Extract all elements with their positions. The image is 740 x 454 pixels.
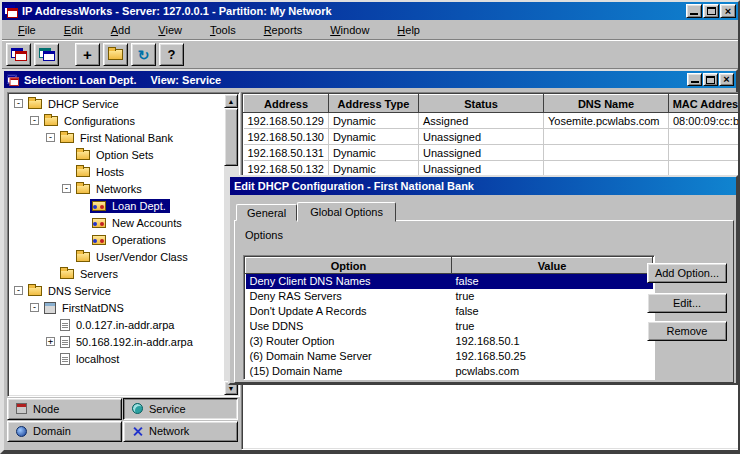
folder-icon: [60, 269, 74, 279]
app-titlebar[interactable]: IP AddressWorks - Server: 127.0.0.1 - Pa…: [2, 2, 738, 20]
option-row[interactable]: (6) Domain Name Server192.168.50.25: [246, 349, 653, 364]
collapse-toggle-icon[interactable]: -: [14, 99, 23, 108]
folder-icon: [76, 184, 90, 194]
options-label: Options: [245, 229, 283, 241]
collapse-toggle-icon[interactable]: -: [14, 286, 23, 295]
option-row[interactable]: Don't Update A Recordsfalse: [246, 304, 653, 319]
close-button[interactable]: ×: [720, 4, 736, 18]
address-row[interactable]: 192.168.50.130DynamicUnassigned: [244, 129, 740, 145]
column-header-status[interactable]: Status: [419, 95, 544, 113]
menu-reports[interactable]: Reports: [250, 21, 317, 39]
collapse-toggle-icon[interactable]: -: [30, 303, 39, 312]
tree-item-servers[interactable]: Servers: [10, 265, 223, 282]
option-row[interactable]: (3) Router Option192.168.50.1: [246, 334, 653, 349]
menu-tools[interactable]: Tools: [196, 21, 250, 39]
tree-item-operations[interactable]: Operations: [10, 231, 223, 248]
tree-item-configurations[interactable]: - Configurations: [10, 112, 223, 129]
collapse-toggle-icon[interactable]: -: [62, 184, 71, 193]
log-book-button[interactable]: [103, 43, 128, 66]
scrollbar-thumb[interactable]: [224, 108, 238, 166]
network-node-icon: [92, 201, 106, 211]
menu-window[interactable]: Window: [316, 21, 383, 39]
column-header-value[interactable]: Value: [452, 258, 653, 274]
tab-global-options[interactable]: Global Options: [297, 202, 396, 222]
child-titlebar[interactable]: Selection: Loan Dept. View: Service ×: [4, 71, 736, 88]
menu-view[interactable]: View: [144, 21, 196, 39]
tree-item-first-national-bank[interactable]: - First National Bank: [10, 129, 223, 146]
option-row[interactable]: Use DDNStrue: [246, 319, 653, 334]
column-header-address-type[interactable]: Address Type: [329, 95, 419, 113]
toolbar-separator: [62, 43, 72, 66]
network-x-icon: [132, 426, 143, 437]
view-button-network[interactable]: Network: [123, 421, 238, 443]
menu-add[interactable]: Add: [97, 21, 145, 39]
maximize-button[interactable]: [703, 4, 719, 18]
tree-item-option-sets[interactable]: Option Sets: [10, 146, 223, 163]
collapse-toggle-icon[interactable]: -: [30, 116, 39, 125]
child-minimize-button[interactable]: [687, 73, 702, 86]
option-row[interactable]: (15) Domain Namepcwlabs.com: [246, 364, 653, 379]
menu-bar: File Edit Add View Tools Reports Window …: [2, 20, 738, 40]
help-icon: ?: [168, 47, 176, 62]
zone-file-icon: [60, 353, 70, 365]
dialog-titlebar[interactable]: Edit DHCP Configuration - First National…: [230, 177, 736, 195]
tree-item-new-accounts[interactable]: New Accounts: [10, 214, 223, 231]
zone-file-icon: [60, 319, 70, 331]
close-icon: ×: [723, 74, 729, 85]
tree-item-networks[interactable]: - Networks: [10, 180, 223, 197]
dialog-title: Edit DHCP Configuration - First National…: [234, 180, 474, 192]
view-button-domain[interactable]: Domain: [7, 421, 122, 443]
folder-icon: [28, 286, 42, 296]
tree-item-localhost[interactable]: localhost: [10, 350, 223, 367]
edit-button[interactable]: Edit...: [647, 293, 727, 313]
tree-item-firstnatdns[interactable]: - FirstNatDNS: [10, 299, 223, 316]
view-button-node[interactable]: Node: [7, 398, 122, 420]
tree-item-hosts[interactable]: Hosts: [10, 163, 223, 180]
tree-item-dns-service[interactable]: - DNS Service: [10, 282, 223, 299]
address-row[interactable]: 192.168.50.129DynamicAssignedYosemite.pc…: [244, 113, 740, 129]
menu-file[interactable]: File: [4, 21, 50, 39]
up-arrow-icon: ▲: [228, 98, 235, 105]
column-header-mac-address[interactable]: MAC Address: [669, 95, 740, 113]
toolbar: + ↻ ?: [2, 41, 738, 69]
cascade-windows-icon: [11, 48, 27, 61]
book-icon: [108, 49, 123, 60]
column-header-option[interactable]: Option: [246, 258, 452, 274]
option-row[interactable]: Deny Client DNS Namesfalse: [246, 274, 653, 289]
tree-item-dhcp-service[interactable]: - DHCP Service: [10, 95, 223, 112]
node-icon: [16, 403, 27, 414]
tree-item-loan-dept[interactable]: Loan Dept.: [10, 197, 223, 214]
column-header-dns-name[interactable]: DNS Name: [544, 95, 669, 113]
view-button-service[interactable]: Service: [123, 398, 238, 420]
column-header-address[interactable]: Address: [244, 95, 329, 113]
folder-icon: [76, 150, 90, 160]
partition-view-button[interactable]: [34, 43, 59, 66]
remove-button[interactable]: Remove: [647, 321, 727, 341]
scroll-up-button[interactable]: ▲: [224, 94, 238, 108]
tile-windows-icon: [39, 48, 55, 61]
add-option-button[interactable]: Add Option...: [647, 263, 727, 283]
tab-general[interactable]: General: [236, 204, 297, 221]
child-maximize-button[interactable]: [703, 73, 718, 86]
selection-label: Selection: Loan Dept.: [24, 74, 136, 86]
address-row[interactable]: 192.168.50.131DynamicUnassigned: [244, 145, 740, 161]
folder-icon: [60, 133, 74, 143]
child-close-button[interactable]: ×: [719, 73, 734, 86]
expand-toggle-icon[interactable]: +: [46, 337, 55, 346]
refresh-button[interactable]: ↻: [131, 43, 156, 66]
global-options-page: Options Option Value Deny Client DNS Nam…: [234, 220, 734, 383]
menu-help[interactable]: Help: [383, 21, 434, 39]
network-node-icon: [92, 235, 106, 245]
console-view-button[interactable]: [6, 43, 31, 66]
minimize-button[interactable]: [686, 4, 702, 18]
option-row[interactable]: Deny RAS Serverstrue: [246, 289, 653, 304]
tree-item-user-vendor-class[interactable]: User/Vendor Class: [10, 248, 223, 265]
menu-edit[interactable]: Edit: [50, 21, 97, 39]
help-button[interactable]: ?: [159, 43, 184, 66]
app-icon: [4, 4, 18, 18]
tree-item-reverse-zone-127[interactable]: 0.0.127.in-addr.arpa: [10, 316, 223, 333]
collapse-toggle-icon[interactable]: -: [46, 133, 55, 142]
folder-icon: [44, 116, 58, 126]
tree-item-reverse-zone-50-168-192[interactable]: + 50.168.192.in-addr.arpa: [10, 333, 223, 350]
add-button[interactable]: +: [75, 43, 100, 66]
